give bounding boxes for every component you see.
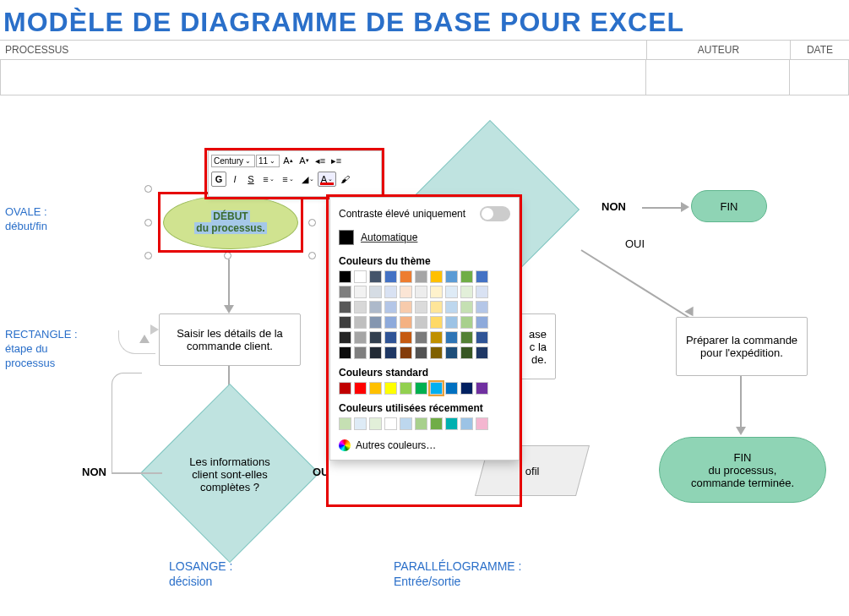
resize-handle[interactable] — [144, 219, 152, 226]
connector — [580, 249, 688, 318]
fin-full-text: FIN du processus, commande terminée. — [691, 451, 794, 489]
flowchart-canvas: OVALE : début/fin RECTANGLE : étape du p… — [0, 95, 849, 602]
red-highlight-toolbar — [204, 148, 384, 199]
process-rect-1[interactable]: Saisir les détails de la commande client… — [159, 313, 301, 366]
fin-text: FIN — [721, 200, 738, 213]
resize-handle[interactable] — [308, 219, 316, 226]
fin-full-pill[interactable]: FIN du processus, commande terminée. — [659, 437, 826, 503]
process-rect-prep[interactable]: Préparer la commande pour l'expédition. — [676, 317, 808, 376]
resize-handle[interactable] — [144, 252, 152, 259]
oui-label: OUI — [625, 237, 645, 250]
header-processus-label: PROCESSUS — [0, 41, 646, 59]
connector — [112, 472, 162, 474]
non-label: NON — [82, 466, 106, 478]
arrow-head — [224, 305, 234, 313]
header-date-label: DATE — [790, 41, 849, 59]
arrow-head — [139, 335, 150, 343]
para-text: ofil — [525, 465, 540, 477]
header-row: PROCESSUS AUTEUR DATE — [0, 40, 849, 60]
decision-diamond-info[interactable]: Les informations client sont-elles compl… — [140, 384, 319, 563]
connector — [642, 207, 683, 209]
arrow-head — [736, 427, 746, 435]
red-highlight-popup — [326, 194, 522, 507]
meta-input-row — [0, 60, 849, 95]
processus-input[interactable] — [0, 60, 646, 95]
rect-partial-l2: c la — [530, 341, 547, 353]
process-rect-1-text: Saisir les détails de la commande client… — [168, 327, 291, 352]
rect-partial-l1: ase — [529, 328, 547, 341]
parallelogram-legend: PARALLÉLOGRAMME : Entrée/sortie — [394, 559, 521, 589]
non-label: NON — [601, 200, 626, 213]
losange-legend: LOSANGE : décision — [169, 559, 232, 589]
prep-text: Préparer la commande pour l'expédition. — [685, 334, 798, 359]
resize-handle[interactable] — [224, 252, 231, 259]
date-input[interactable] — [790, 60, 849, 95]
ovale-legend: OVALE : début/fin — [5, 205, 47, 234]
arrow-head — [681, 202, 689, 212]
fin-pill[interactable]: FIN — [691, 190, 767, 222]
connector — [740, 376, 742, 428]
red-highlight-shape — [158, 192, 303, 253]
connector — [228, 259, 230, 307]
auteur-input[interactable] — [646, 60, 790, 95]
header-auteur-label: AUTEUR — [646, 41, 790, 59]
rect-partial-l3: de. — [531, 353, 547, 366]
page-title: MODÈLE DE DIAGRAMME DE BASE POUR EXCEL — [0, 0, 849, 40]
resize-handle[interactable] — [308, 252, 316, 259]
decision-text: Les informations client sont-elles compl… — [183, 455, 276, 493]
arrow-head — [150, 324, 159, 335]
rectangle-legend: RECTANGLE : étape du processus — [5, 328, 78, 371]
resize-handle[interactable] — [144, 185, 152, 193]
connector-loop — [112, 373, 142, 474]
